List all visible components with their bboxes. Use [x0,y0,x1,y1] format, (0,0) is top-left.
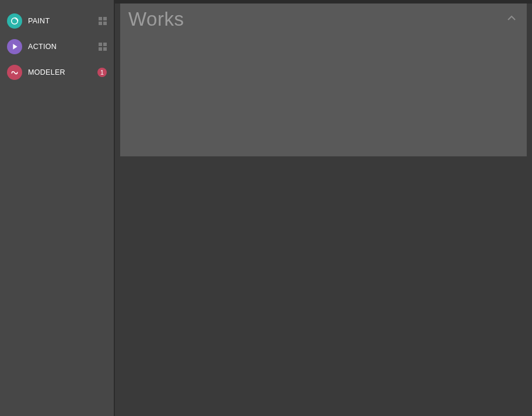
sidebar-item-paint[interactable]: PAINT [0,8,114,34]
works-panel: Works [120,4,527,156]
sidebar-item-action[interactable]: ACTION [0,34,114,60]
sidebar-item-label: MODELER [28,68,97,76]
action-app-icon [7,39,22,54]
notification-badge: 1 [97,68,107,77]
sidebar-item-label: PAINT [28,17,99,25]
svg-point-1 [16,19,17,20]
chevron-up-icon[interactable] [507,15,516,21]
paint-app-icon [7,13,22,29]
main-inner: Works [115,4,532,416]
sidebar-item-label: ACTION [28,43,99,51]
modeler-app-icon [7,65,22,80]
sidebar-item-modeler[interactable]: MODELER 1 [0,60,114,85]
grid-icon[interactable] [99,43,107,51]
main-area: Works [115,0,532,416]
sidebar: PAINT ACTION MODELER 1 [0,0,115,416]
panel-title: Works [128,8,184,30]
grid-icon[interactable] [99,17,107,25]
